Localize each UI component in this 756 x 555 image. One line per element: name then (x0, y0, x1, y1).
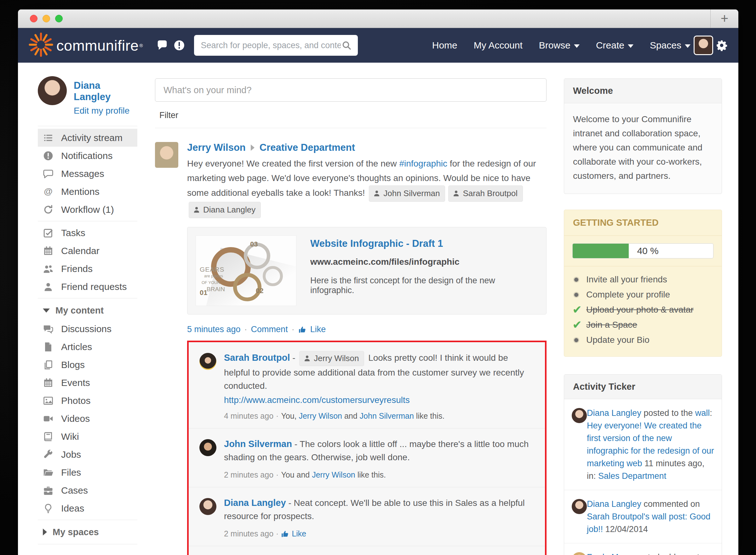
comment-text: Sarah Broutpol - Jerry Wilson Looks pret… (224, 351, 534, 392)
inline-link[interactable]: Diana Langley (587, 499, 641, 509)
thumbs-up-icon[interactable] (281, 530, 289, 538)
sidebar-item-videos[interactable]: Videos (38, 410, 137, 427)
sidebar-item-friends[interactable]: Friends (38, 260, 137, 278)
sidebar-item-files[interactable]: Files (38, 463, 137, 481)
sidebar-item-workflow-1[interactable]: Workflow (1) (38, 201, 137, 218)
sidebar-item-articles[interactable]: Articles (38, 338, 137, 356)
check-icon: ✔ (572, 305, 586, 314)
photos-icon (43, 395, 55, 406)
sidebar-item-label: Discussions (61, 324, 112, 334)
sidebar-item-label: Tasks (61, 227, 85, 238)
thumbs-up-icon[interactable] (298, 326, 307, 334)
sidebar-item-notifications[interactable]: Notifications (38, 147, 137, 165)
comment-timestamp[interactable]: 2 minutes ago (224, 529, 273, 538)
user-avatar[interactable] (693, 36, 713, 55)
mentioned-user-pill[interactable]: Jerry Wilson (299, 351, 364, 366)
sidebar-item-ideas[interactable]: Ideas (38, 499, 137, 517)
comment-author-link[interactable]: Sarah Broutpol (224, 352, 290, 362)
alert-icon[interactable] (173, 39, 185, 51)
sidebar-item-friend-requests[interactable]: Friend requests (38, 278, 137, 296)
ticker-text: Diana Langley commented on Sarah Broutpo… (587, 498, 714, 536)
edit-profile-link[interactable]: Edit my profile (74, 106, 137, 116)
close-window-button[interactable] (30, 15, 38, 23)
comment-button[interactable]: Comment (251, 325, 288, 334)
sidebar-item-wiki[interactable]: Wiki (38, 427, 137, 445)
sidebar-item-tasks[interactable]: Tasks (38, 224, 137, 242)
sidebar-section-my-spaces[interactable]: My spaces (38, 522, 137, 542)
post-timestamp-link[interactable]: 5 minutes ago (187, 325, 241, 334)
checklist-item-join-a-space[interactable]: ✔Join a Space (572, 320, 713, 330)
nav-item-home[interactable]: Home (432, 40, 457, 51)
infographic-heading-line: are pieces (204, 272, 225, 279)
search-input[interactable] (200, 40, 342, 51)
post-space-link[interactable]: Creative Department (260, 142, 355, 153)
tagged-user-pill[interactable]: Sarah Broutpol (448, 185, 523, 202)
avatar[interactable] (38, 76, 67, 105)
inline-link[interactable]: #infographic (399, 159, 447, 168)
sidebar-item-label: Wiki (61, 431, 79, 442)
comment-url-link[interactable]: http://www.acmeinc.com/customersurveyres… (224, 395, 534, 405)
text-segment: like this. (355, 470, 386, 479)
avatar[interactable] (572, 499, 587, 514)
checklist-item-invite-all-your-friends[interactable]: Invite all your friends (572, 274, 713, 285)
like-button[interactable]: Like (292, 529, 306, 538)
link-attachment-card[interactable]: GEARSare piecesOF YOURBRAIN 010203 Websi… (187, 227, 547, 314)
sidebar-item-cases[interactable]: Cases (38, 481, 137, 499)
checklist-item-upload-your-photo-avatar[interactable]: ✔Upload your photo & avatar (572, 305, 713, 315)
filter-control[interactable]: Filter (155, 102, 547, 128)
gear-graphic (263, 266, 283, 286)
sidebar-item-label: Friend requests (61, 282, 127, 292)
sidebar-section-my-content[interactable]: My content (38, 301, 137, 320)
sidebar-item-discussions[interactable]: Discussions (38, 320, 137, 338)
nav-item-browse[interactable]: Browse (539, 40, 580, 51)
sidebar-item-events[interactable]: Events (38, 374, 137, 392)
tagged-user-pill[interactable]: John Silverman (369, 185, 445, 202)
sidebar-item-photos[interactable]: Photos (38, 392, 137, 410)
sidebar-item-blogs[interactable]: Blogs (38, 356, 137, 374)
inline-link[interactable]: John Silverman (360, 412, 414, 420)
checklist-item-update-your-bio[interactable]: Update your Bio (572, 335, 713, 345)
zoom-window-button[interactable] (55, 15, 63, 23)
inline-link[interactable]: Freda Muys (587, 553, 632, 555)
tagged-user-pill[interactable]: Diana Langley (189, 202, 261, 218)
avatar[interactable] (199, 498, 216, 515)
inline-link[interactable]: wall (695, 408, 710, 418)
nav-item-create[interactable]: Create (596, 40, 633, 51)
avatar[interactable] (572, 552, 587, 555)
checklist-item-complete-your-profile[interactable]: Complete your profile (572, 290, 713, 300)
status-input[interactable] (163, 85, 539, 96)
comment-author-link[interactable]: John Silverman (224, 439, 292, 449)
sidebar-item-label: Mentions (61, 186, 100, 197)
sidebar-item-calendar[interactable]: Calendar (38, 242, 137, 260)
tagged-user-name: Sarah Broutpol (463, 186, 517, 201)
avatar[interactable] (572, 408, 587, 423)
inline-link[interactable]: Jerry Wilson (299, 412, 342, 420)
avatar[interactable] (199, 353, 216, 370)
post-author-link[interactable]: Jerry Wilson (187, 142, 246, 153)
like-button[interactable]: Like (310, 325, 326, 334)
communifire-logo[interactable]: communifire ® (29, 33, 143, 58)
inline-link[interactable]: Diana Langley (587, 408, 641, 418)
sidebar-item-mentions[interactable]: @Mentions (38, 182, 137, 201)
minimize-window-button[interactable] (43, 15, 50, 23)
avatar[interactable] (199, 439, 216, 456)
new-tab-button[interactable]: + (710, 9, 739, 28)
infographic-heading-line: GEARS (200, 266, 225, 272)
inline-link[interactable]: Jerry Wilson (312, 470, 355, 479)
comment-timestamp[interactable]: 2 minutes ago (224, 470, 273, 479)
comment-timestamp[interactable]: 4 minutes ago (224, 412, 273, 421)
comment-author-link[interactable]: Diana Langley (224, 498, 286, 508)
avatar[interactable] (155, 142, 178, 168)
profile-name-link[interactable]: Diana Langley (74, 80, 137, 102)
inline-link[interactable]: Sales Department (598, 471, 666, 481)
sidebar-item-jobs[interactable]: Jobs (38, 445, 137, 463)
gear-icon[interactable] (716, 39, 728, 51)
search-icon[interactable] (342, 40, 352, 50)
chat-bubble-icon[interactable] (156, 39, 168, 51)
nav-item-my-account[interactable]: My Account (474, 40, 523, 51)
text-segment: and (342, 412, 360, 420)
nav-item-spaces[interactable]: Spaces (650, 40, 690, 51)
sidebar-item-messages[interactable]: Messages (38, 165, 137, 182)
attachment-title-link[interactable]: Website Infographic - Draft 1 (310, 238, 538, 249)
sidebar-item-activity-stream[interactable]: Activity stream (38, 129, 137, 147)
